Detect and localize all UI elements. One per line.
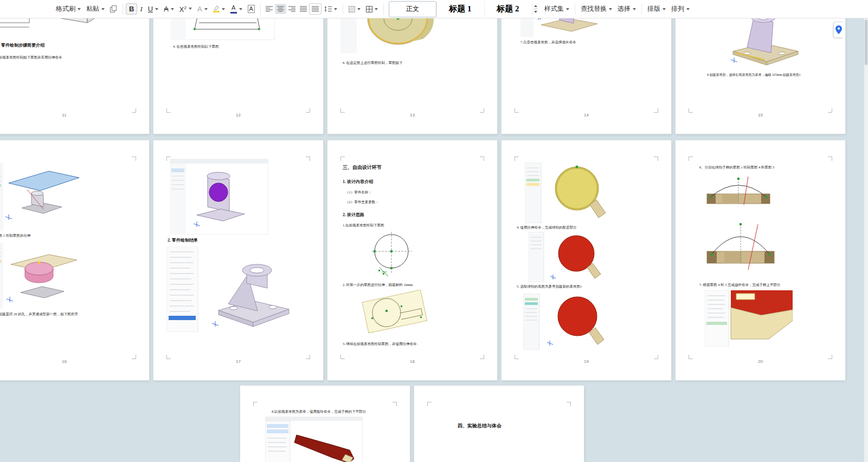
- chevron-down-icon: [101, 8, 105, 10]
- margin-mark: [253, 402, 258, 406]
- style-normal-label: 正文: [406, 4, 419, 14]
- page-end-11[interactable]: 四、实验总结与体会: [414, 386, 584, 462]
- align-left-button[interactable]: [263, 4, 275, 14]
- doc-text: 4. 在右视基准面绘制以下草图: [173, 44, 219, 49]
- location-pin-icon: [835, 25, 842, 34]
- doc-text: 5. 选取球拍的底面为参考创建新的基准面1: [517, 284, 582, 289]
- superscript-button[interactable]: X2: [177, 3, 195, 15]
- strikethrough-button[interactable]: A: [161, 4, 177, 14]
- margin-mark: [306, 108, 310, 113]
- style-set-button[interactable]: 样式集: [542, 3, 572, 15]
- character-border-button[interactable]: A: [245, 3, 258, 15]
- page-16[interactable]: 10.在基准面 1 绘制草图并拉伸11.在顶面创建直径 20 的孔，并贯通成型新…: [0, 140, 149, 380]
- figure-sw-loft: [705, 290, 793, 347]
- margin-mark: [340, 157, 345, 161]
- doc-heading: 2. 零件绘制结果: [168, 237, 198, 243]
- figure-arc-sketch: [706, 172, 771, 211]
- margin-mark: [132, 108, 136, 113]
- font-color-icon: A: [230, 4, 237, 14]
- style-item-heading1[interactable]: 标题 1: [436, 1, 484, 17]
- margin-mark: [515, 108, 519, 113]
- page-14[interactable]: 7.点击右视基准面，并选择退出命令14: [501, 18, 671, 134]
- paste-label: 粘贴: [86, 4, 99, 14]
- find-replace-label: 查找替换: [581, 4, 607, 14]
- strikethrough-glyph: A: [164, 5, 169, 12]
- align-justify-button[interactable]: [298, 4, 309, 14]
- page-18[interactable]: 三、自由设计环节1. 设计内容介绍（1）零件名称：（2）零件主要参数：2. 设计…: [327, 140, 497, 380]
- font-color-button[interactable]: A: [228, 3, 245, 15]
- style-heading1-label: 标题 1: [449, 4, 471, 14]
- borders-icon: [366, 6, 372, 12]
- chevron-down-icon: [375, 8, 378, 10]
- highlight-color-button[interactable]: [210, 4, 228, 14]
- page-19[interactable]: 4. 使用拉伸命令，完成球拍的胶皮部分5. 选取球拍的底面为参考创建新的基准面1…: [501, 140, 671, 380]
- format-painter-button[interactable]: 格式刷: [53, 3, 83, 15]
- style-item-normal[interactable]: 正文: [389, 1, 436, 17]
- line-spacing-button[interactable]: [322, 4, 340, 14]
- underline-button[interactable]: U: [145, 4, 161, 14]
- select-button[interactable]: 选择: [615, 3, 639, 15]
- typeset-button[interactable]: 排版: [645, 3, 668, 15]
- scrollbar-thumb[interactable]: [865, 19, 867, 65]
- align-center-button[interactable]: [275, 4, 286, 14]
- page-12[interactable]: 4. 在右视基准面绘制以下草图12: [153, 18, 323, 134]
- vertical-scrollbar[interactable]: [864, 18, 868, 462]
- doc-text: 6. 在选定面上进行草图绘制，草图如下: [343, 61, 403, 66]
- page-20[interactable]: 6、分别在球拍子柄的草图 1 绘制草图 4 和草图 57. 根据草图 4 和 5…: [676, 140, 845, 380]
- chevron-down-icon: [566, 8, 569, 10]
- figure-bracket-result: [166, 246, 303, 332]
- figure-sw-revolve: [265, 417, 363, 462]
- margin-mark: [689, 355, 693, 359]
- doc-text: 1.在前视基准面绘制下草图: [343, 223, 384, 228]
- copy-button[interactable]: [107, 4, 120, 14]
- margin-mark: [567, 402, 571, 406]
- find-replace-button[interactable]: 查找替换: [578, 3, 615, 15]
- figure-paddle-yellow: [525, 162, 618, 223]
- text-effects-button[interactable]: A: [195, 4, 210, 14]
- arrange-button[interactable]: 排列: [668, 3, 692, 15]
- page-17[interactable]: 2. 零件绘制结果17: [153, 140, 323, 380]
- page-end-10[interactable]: 8.以前视基准面为基准，使用旋转命令，完成子柄的下半部分: [240, 386, 410, 462]
- toolbar-separator: [260, 4, 261, 15]
- figure-sw-plane: [0, 162, 85, 231]
- align-left-icon: [266, 6, 273, 12]
- align-right-button[interactable]: [286, 4, 298, 14]
- figure-sketch-circle: [358, 230, 432, 280]
- gallery-scroll-up-button[interactable]: [534, 5, 537, 7]
- doc-text: 9.创建基准面，选择右视基准面为基准，偏移 325mm,创建基准面1: [707, 73, 801, 77]
- margin-mark: [515, 157, 519, 161]
- document-canvas[interactable]: 29.86400一、零件绘制步骤简要介绍1.在前视基准面绘制如下草图并采用拉伸命…: [0, 18, 868, 462]
- doc-heading: 四、实验总结与体会: [458, 422, 501, 430]
- borders-button[interactable]: [363, 4, 381, 14]
- paste-button[interactable]: 粘贴: [83, 3, 107, 15]
- copy-icon: [110, 5, 117, 12]
- bold-button[interactable]: B: [126, 3, 137, 15]
- align-distribute-button[interactable]: [309, 3, 322, 15]
- page-15[interactable]: 9.创建基准面，选择右视基准面为基准，偏移 325mm,创建基准面115: [676, 18, 845, 134]
- figure-sw-pink: [0, 243, 86, 309]
- page-number: 19: [501, 359, 671, 364]
- margin-mark: [166, 355, 171, 359]
- page-number: 20: [676, 359, 845, 364]
- doc-text: 2. 对第一步的草图进行拉伸，圆弧材料 10mm.: [343, 283, 413, 288]
- doc-heading: 2. 设计思路: [343, 212, 364, 218]
- page-13[interactable]: 6. 在选定面上进行草图绘制，草图如下13: [327, 18, 497, 134]
- page-11[interactable]: 29.86400一、零件绘制步骤简要介绍1.在前视基准面绘制如下草图并采用拉伸命…: [0, 18, 149, 134]
- margin-mark: [480, 355, 484, 359]
- style-item-heading2[interactable]: 标题 2: [484, 1, 532, 17]
- gallery-scroll-down-button[interactable]: [534, 11, 537, 13]
- style-heading2-label: 标题 2: [497, 4, 519, 14]
- margin-mark: [654, 108, 658, 113]
- align-justify-icon: [300, 6, 307, 12]
- margin-mark: [132, 157, 136, 161]
- chevron-down-icon: [222, 8, 225, 10]
- toolbar-separator: [575, 4, 575, 15]
- annotation-pin-card[interactable]: [833, 22, 843, 38]
- page-number: 13: [327, 113, 497, 118]
- page-number: 17: [153, 359, 323, 364]
- italic-button[interactable]: I: [137, 4, 145, 14]
- toolbar-separator: [641, 4, 642, 15]
- toolbar-separator: [383, 4, 384, 15]
- shading-button[interactable]: [346, 4, 363, 14]
- margin-mark: [340, 355, 345, 359]
